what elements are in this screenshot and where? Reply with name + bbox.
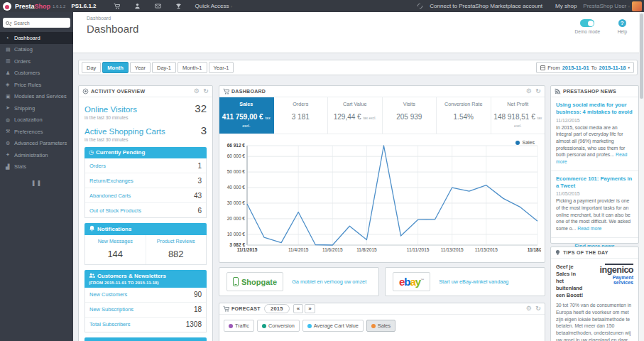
kpi-visits[interactable]: Visits 205 939 [383, 97, 437, 134]
shopgate-link[interactable]: Ga mobiel en verhoog uw omzet [292, 278, 366, 285]
sidebar-item-stats[interactable]: ▟Stats [0, 161, 73, 173]
svg-text:11/4/2015: 11/4/2015 [288, 247, 309, 252]
ebay-banner[interactable]: ebay™ Start uw eBay-winkel vandaag [385, 267, 545, 296]
period-month-button[interactable]: Month [102, 62, 129, 73]
pending-returns-row[interactable]: Return/Exchanges3 [85, 173, 206, 188]
kpi-net-profit[interactable]: Net Profit 148 918,51 € tax excl. [491, 97, 545, 134]
sidebar-item-dashboard[interactable]: ◔Dashboard [0, 32, 73, 44]
activity-icon [82, 88, 89, 94]
total-subscribers-row[interactable]: Total Subscribers1308 [85, 318, 206, 332]
svg-text:3 082 €: 3 082 € [229, 242, 245, 247]
pending-orders-row[interactable]: Orders1 [85, 158, 206, 173]
svg-text:10 000 €: 10 000 € [227, 232, 246, 237]
forecast-year[interactable]: 2015 [264, 304, 290, 313]
product-reviews-cell[interactable]: Product Reviews 882 [146, 235, 207, 264]
help-icon[interactable]: ? [618, 19, 626, 27]
catalog-icon: ▤ [6, 47, 14, 53]
shopgate-logo: Shopgate [227, 272, 283, 291]
help-control[interactable]: ? Help [618, 19, 627, 34]
page-title: Dashboard [87, 23, 138, 35]
settings-gear-icon[interactable]: ⚙ [526, 305, 532, 312]
search-icon [6, 21, 9, 25]
panel-title: TIPS OF THE DAY [563, 250, 608, 255]
sidebar-item-modules[interactable]: ▣Modules and Services [0, 91, 73, 103]
online-visitors-value: 32 [195, 102, 207, 114]
quick-access-menu[interactable]: Quick Access ▾ [195, 3, 233, 9]
sidebar-item-orders[interactable]: ▥Orders [0, 55, 73, 67]
prestashop-news-panel: PRESTASHOP NEWS Using social media for y… [550, 85, 639, 244]
pending-out-of-stock-row[interactable]: Out of Stock Products6 [85, 203, 206, 217]
news-item-title[interactable]: Ecommerce 101: Payments in a Tweet [556, 175, 633, 190]
trophy-icon[interactable] [175, 3, 182, 10]
date-range-picker[interactable]: From 2015-11-01 To 2015-11-18 ▾ [536, 62, 634, 73]
scrollbar-track[interactable] [639, 12, 644, 341]
sidebar-item-catalog[interactable]: ▤Catalog [0, 44, 73, 56]
search-input[interactable] [14, 21, 67, 26]
settings-gear-icon[interactable]: ⚙ [194, 88, 200, 94]
scrollbar-thumb[interactable] [640, 13, 643, 99]
sidebar-item-administration[interactable]: ✦Administration [0, 149, 73, 161]
sidebar-item-label: Price Rules [14, 82, 41, 88]
collapse-menu-button[interactable]: ❚❚ [0, 180, 73, 186]
customer-icon[interactable] [134, 3, 141, 10]
settings-gear-icon[interactable]: ⚙ [526, 88, 532, 94]
news-item-date: 11/12/2015 [556, 118, 633, 123]
sidebar-item-advanced-parameters[interactable]: ⚙Advanced Parameters [0, 138, 73, 150]
svg-text:40 000 €: 40 000 € [227, 185, 246, 190]
new-customers-row[interactable]: New Customers90 [85, 288, 206, 303]
messages-icon[interactable] [155, 3, 161, 10]
sidebar-item-shipping[interactable]: ➤Shipping [0, 102, 73, 114]
user-menu[interactable]: PrestaShop User ▾ [583, 3, 630, 9]
average-cart-value-dot-icon [307, 324, 312, 328]
news-item-title[interactable]: Using social media for your business: 4 … [556, 102, 633, 116]
sidebar-item-price-rules[interactable]: ◈Price Rules [0, 79, 73, 91]
kpi-sales[interactable]: Sales 411 759,00 € tax excl. [219, 97, 274, 134]
read-more-link[interactable]: Read more [577, 226, 601, 231]
sidebar-item-preferences[interactable]: ⚒Preferences [0, 126, 73, 138]
online-visitors-row[interactable]: Online Visitors 32 [84, 102, 207, 114]
cart-icon[interactable] [114, 3, 120, 10]
next-year-button[interactable]: » [305, 304, 315, 313]
orders-icon: ▥ [6, 58, 14, 64]
toggle-sales[interactable]: Sales [366, 320, 395, 332]
shipping-icon: ➤ [6, 105, 14, 111]
pending-abandoned-carts-row[interactable]: Abandoned Carts43 [85, 188, 206, 203]
toggle-conversion[interactable]: Conversion [257, 320, 300, 332]
period-month-1-button[interactable]: Month-1 [178, 62, 207, 73]
chart-legend[interactable]: Sales [515, 140, 535, 145]
refresh-icon[interactable]: ↻ [535, 305, 541, 312]
new-subscriptions-row[interactable]: New Subscriptions18 [85, 303, 206, 318]
active-carts-row[interactable]: Active Shopping Carts 3 [84, 124, 207, 136]
active-carts-value: 3 [201, 124, 207, 136]
news-item: Using social media for your business: 4 … [551, 97, 638, 171]
new-messages-cell[interactable]: New Messages 144 [85, 235, 146, 264]
period-day-1-button[interactable]: Day-1 [152, 62, 176, 73]
sidebar-item-label: Modules and Services [14, 93, 67, 99]
period-day-button[interactable]: Day [82, 62, 101, 73]
avatar[interactable] [632, 1, 642, 11]
toggle-average-cart-value[interactable]: Average Cart Value [302, 320, 364, 332]
demo-mode-toggle[interactable] [580, 19, 594, 27]
calendar-icon [540, 65, 545, 70]
my-shop-link[interactable]: My shop [555, 3, 577, 9]
kpi-cart-value[interactable]: Cart Value 129,44 € tax excl. [328, 97, 383, 134]
customers-newsletters-section: Customers & Newsletters (FROM 2015-11-01… [84, 270, 207, 332]
shop-name[interactable]: PS1.6.1.2 [71, 3, 96, 9]
shopgate-banner[interactable]: Shopgate Ga mobiel en verhoog uw omzet [219, 267, 379, 296]
ebay-link[interactable]: Start uw eBay-winkel vandaag [439, 278, 508, 285]
sidebar-item-customers[interactable]: ♟Customers [0, 67, 73, 80]
date-to-value: 2015-11-18 [599, 65, 626, 71]
period-year-button[interactable]: Year [130, 62, 151, 73]
kpi-orders[interactable]: Orders 3 181 [274, 97, 329, 134]
sidebar-item-localization[interactable]: ◍Localization [0, 114, 73, 126]
marketplace-link[interactable]: Connect to PrestaShop Marketplace accoun… [430, 3, 542, 9]
refresh-icon[interactable]: ↻ [203, 88, 209, 94]
previous-year-button[interactable]: « [293, 304, 303, 313]
phone-icon [233, 277, 239, 286]
marketplace-icon [417, 3, 423, 10]
refresh-icon[interactable]: ↻ [535, 88, 541, 94]
kpi-conversion-rate[interactable]: Conversion Rate 1.54% [437, 97, 491, 134]
sidebar-item-label: Catalog [14, 46, 33, 53]
period-year-1-button[interactable]: Year-1 [209, 62, 234, 73]
toggle-traffic[interactable]: Traffic [224, 320, 254, 332]
